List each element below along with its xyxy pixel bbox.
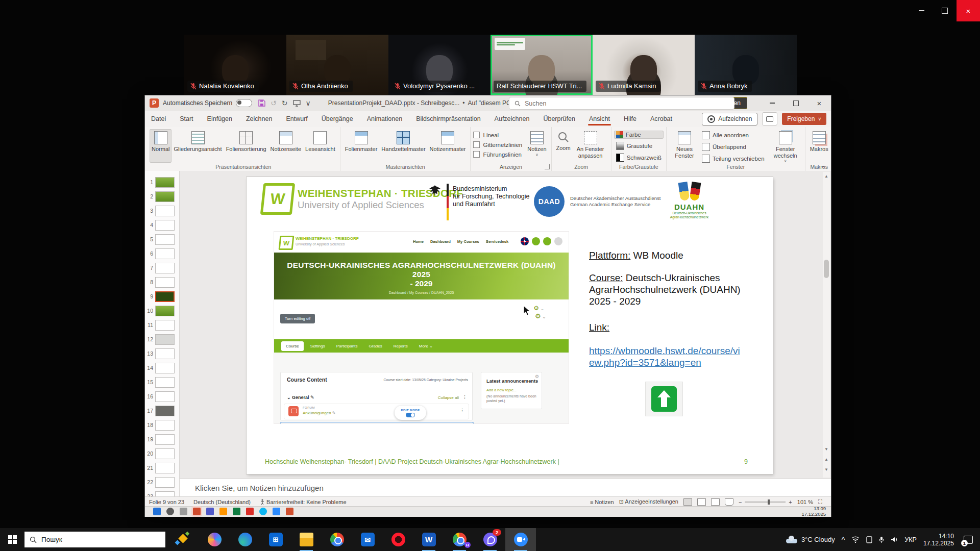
language-status[interactable]: Deutsch (Deutschland) bbox=[193, 499, 251, 505]
participant-tile[interactable]: Ralf Schlauderer HSWT Tri... bbox=[491, 35, 593, 95]
wifi-icon[interactable] bbox=[851, 536, 860, 543]
reading-view-button[interactable]: Leseansicht bbox=[303, 129, 337, 163]
notes-button[interactable]: Notizen∨ bbox=[525, 129, 548, 163]
microphone-icon[interactable] bbox=[879, 536, 884, 543]
slide-thumbnail-row[interactable]: 11 bbox=[145, 318, 179, 332]
undo-icon[interactable]: ↺ bbox=[271, 99, 277, 107]
slide-thumbnail[interactable] bbox=[155, 306, 175, 316]
ribbon-tab-acrobat[interactable]: Acrobat bbox=[649, 112, 673, 126]
slide-thumbnail-row[interactable]: 15 bbox=[145, 375, 179, 389]
participant-tile[interactable]: Ludmilla Kamsin bbox=[593, 35, 695, 95]
participant-tile[interactable]: Nataliia Kovalenko bbox=[184, 35, 286, 95]
slide-thumbnail-row[interactable]: 23 bbox=[145, 489, 179, 496]
ppt-minimize-button[interactable] bbox=[761, 95, 784, 111]
more-options-icon[interactable]: ⋮ bbox=[460, 408, 464, 413]
forum-link[interactable]: Ankündigungen ✎ bbox=[303, 411, 336, 415]
weather-widget[interactable]: 3°C Cloudy bbox=[785, 536, 835, 544]
slide-thumbnail[interactable] bbox=[155, 263, 175, 273]
ribbon-tab-überprüfen[interactable]: Überprüfen bbox=[542, 112, 576, 126]
ribbon-tab-übergänge[interactable]: Übergänge bbox=[321, 112, 354, 126]
ribbon-tab-start[interactable]: Start bbox=[179, 112, 194, 126]
course-tab-reports[interactable]: Reports bbox=[389, 341, 412, 351]
ppt-close-button[interactable]: × bbox=[807, 95, 831, 111]
zoom-track[interactable] bbox=[745, 502, 786, 503]
settings-icon[interactable] bbox=[543, 237, 551, 245]
language-indicator[interactable]: УКР bbox=[904, 536, 917, 543]
slide-thumbnail[interactable] bbox=[155, 191, 175, 202]
slide-thumbnail[interactable] bbox=[155, 277, 175, 288]
slide-thumbnail-row[interactable]: 1 bbox=[145, 175, 179, 189]
record-button[interactable]: Aufzeichnen bbox=[702, 113, 757, 126]
clock[interactable]: 14:10 17.12.2025 bbox=[923, 533, 954, 547]
grayscale-button[interactable]: Graustufe bbox=[614, 141, 664, 151]
search-taskbar-icon[interactable] bbox=[166, 508, 174, 515]
course-url-line2[interactable]: ew.php?id=3571&lang=en bbox=[589, 357, 701, 368]
course-tab-participants[interactable]: Participants bbox=[332, 341, 362, 351]
fit-to-window-button[interactable]: An Fenster anpassen bbox=[573, 129, 608, 163]
windows-taskbar-icon[interactable] bbox=[153, 508, 161, 515]
scroll-up-icon[interactable]: ▲ bbox=[823, 172, 830, 180]
taskbar-app-word[interactable]: W bbox=[413, 528, 444, 551]
ppt-restore-button[interactable] bbox=[784, 95, 807, 111]
more-options-icon[interactable]: ⋮ bbox=[462, 394, 467, 399]
highlights-icon[interactable] bbox=[165, 528, 199, 551]
gridlines-checkbox[interactable]: Gitternetzlinien bbox=[473, 141, 522, 148]
excel-taskbar-icon[interactable] bbox=[233, 508, 240, 515]
taskbar-app-viber[interactable]: 2 bbox=[475, 528, 505, 551]
accessibility-status[interactable]: Barrierefreiheit: Keine Probleme bbox=[260, 499, 347, 505]
taskbar-app-chrome[interactable] bbox=[322, 528, 352, 551]
start-button[interactable] bbox=[0, 528, 24, 551]
course-url-line1[interactable]: https://wbmoodle.hswt.de/course/vi bbox=[589, 345, 740, 357]
reading-view-icon[interactable] bbox=[711, 498, 720, 506]
slide-thumbnail-row[interactable]: 5 bbox=[145, 232, 179, 246]
slide-thumbnail[interactable] bbox=[155, 348, 175, 359]
slide-thumbnail-row[interactable]: 14 bbox=[145, 361, 179, 375]
slide-thumbnail-row[interactable]: 4 bbox=[145, 218, 179, 232]
scroll-down-icon[interactable]: ▼ bbox=[823, 445, 830, 453]
slideshow-view-icon[interactable] bbox=[725, 498, 733, 506]
apps-icon[interactable] bbox=[532, 237, 540, 245]
share-button[interactable]: Freigeben ∨ bbox=[782, 113, 826, 125]
notes-toggle[interactable]: ≡ Notizen bbox=[590, 499, 614, 505]
ribbon-tab-animationen[interactable]: Animationen bbox=[366, 112, 404, 126]
ribbon-tab-zeichnen[interactable]: Zeichnen bbox=[245, 112, 273, 126]
notes-page-button[interactable]: Notizenseite bbox=[268, 129, 304, 163]
slideshow-icon[interactable] bbox=[293, 100, 301, 107]
vertical-scrollbar[interactable]: ▲ ▼ ▲ ▼ bbox=[823, 172, 830, 478]
notes-master-button[interactable]: Notizenmaster bbox=[428, 129, 468, 163]
hidden-icons-button[interactable]: ^ bbox=[842, 536, 845, 544]
normal-view-icon[interactable] bbox=[683, 498, 692, 506]
slide-9[interactable]: W WEIHENSTEPHAN · TRIESDORF University o… bbox=[247, 177, 773, 474]
color-button[interactable]: Farbe bbox=[614, 131, 664, 139]
section-general[interactable]: ⌄ General ✎ bbox=[287, 395, 314, 400]
ribbon-tab-einfügen[interactable]: Einfügen bbox=[206, 112, 233, 126]
powerpoint-file-taskbar-icon[interactable] bbox=[286, 508, 293, 515]
arrange-all-button[interactable]: Alle anordnen bbox=[700, 131, 767, 140]
ribbon-tab-ansicht[interactable]: Ansicht bbox=[588, 112, 611, 126]
previous-slide-icon[interactable]: ▲ bbox=[823, 455, 830, 463]
slide-thumbnail[interactable] bbox=[155, 477, 175, 488]
zoom-restore-button[interactable] bbox=[933, 0, 957, 21]
zoom-thumb[interactable] bbox=[768, 499, 770, 505]
normal-view-button[interactable]: Normal bbox=[150, 129, 172, 163]
zoom-slider[interactable]: − + bbox=[739, 499, 792, 505]
guides-checkbox[interactable]: Führungslinien bbox=[473, 151, 522, 158]
slide-thumbnail-panel[interactable]: 1234567891011121314151617181920212223 bbox=[145, 171, 180, 496]
redo-icon[interactable]: ↻ bbox=[282, 99, 288, 107]
powerpoint-taskbar-icon[interactable] bbox=[193, 508, 201, 515]
turn-editing-off-button[interactable]: Turn editing off bbox=[280, 314, 315, 323]
slide-thumbnail-row[interactable]: 18 bbox=[145, 418, 179, 432]
slide-thumbnail[interactable] bbox=[155, 434, 175, 445]
new-window-button[interactable]: Neues Fenster bbox=[669, 129, 700, 163]
notes-area[interactable]: Klicken Sie, um Notizen hinzuzufügen bbox=[180, 479, 831, 497]
slide-thumbnail[interactable] bbox=[155, 420, 175, 431]
slide-thumbnail[interactable] bbox=[155, 491, 175, 497]
slide-thumbnail[interactable] bbox=[155, 206, 175, 216]
next-slide-icon[interactable]: ▼ bbox=[823, 465, 830, 473]
moodle-nav-dashboard[interactable]: Dashboard bbox=[430, 239, 451, 244]
black-white-button[interactable]: Schwarzweiß bbox=[614, 153, 664, 162]
zoom-in-icon[interactable]: + bbox=[789, 499, 792, 505]
slide-thumbnail[interactable] bbox=[155, 234, 175, 245]
slide-thumbnail-row[interactable]: 19 bbox=[145, 432, 179, 446]
moodle-nav-home[interactable]: Home bbox=[413, 239, 424, 244]
